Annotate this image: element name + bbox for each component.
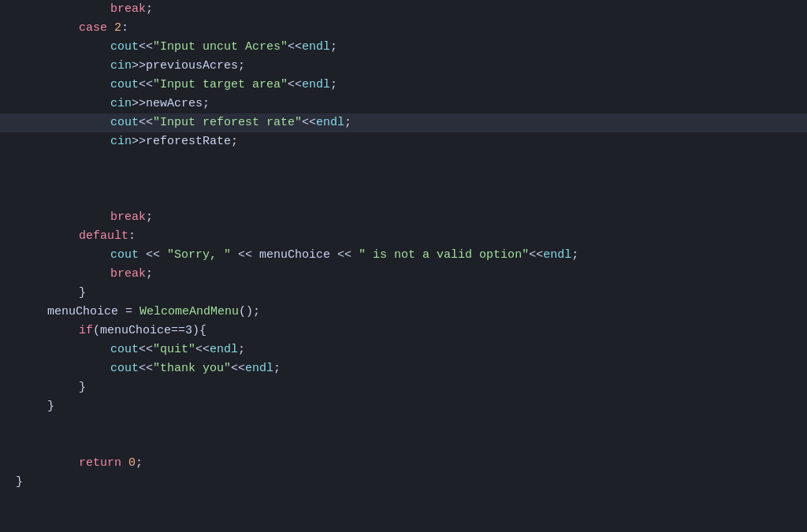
code-lines: break;case 2:cout<<"Input uncut Acres"<<… — [0, 0, 807, 492]
line-break3: break; — [0, 265, 807, 284]
line-cin1: cin>>previousAcres; — [0, 57, 807, 76]
line-break1: break; — [0, 0, 807, 19]
line-cout-sorry: cout << "Sorry, " << menuChoice << " is … — [0, 246, 807, 265]
line-close-main: } — [0, 473, 807, 492]
line-close-brace3: } — [0, 397, 807, 416]
line-break2: break; — [0, 208, 807, 227]
line-cin2: cin>>newAcres; — [0, 95, 807, 113]
line-empty4 — [0, 416, 807, 435]
line-if: if(menuChoice==3){ — [0, 322, 807, 340]
line-return: return 0; — [0, 454, 807, 473]
line-cout3: cout<<"Input reforest rate"<<endl; — [0, 113, 807, 132]
line-cin3: cin>>reforestRate; — [0, 132, 807, 151]
line-cout1: cout<<"Input uncut Acres"<<endl; — [0, 38, 807, 57]
line-cout-thankyou: cout<<"thank you"<<endl; — [0, 359, 807, 378]
line-cout2: cout<<"Input target area"<<endl; — [0, 76, 807, 95]
line-cout-quit: cout<<"quit"<<endl; — [0, 340, 807, 359]
line-empty3 — [0, 189, 807, 208]
line-menuchoice: menuChoice = WelcomeAndMenu(); — [0, 303, 807, 322]
line-case2: case 2: — [0, 19, 807, 38]
line-close-brace2: } — [0, 378, 807, 397]
line-empty1 — [0, 151, 807, 170]
line-default: default: — [0, 227, 807, 246]
line-close-brace1: } — [0, 284, 807, 303]
line-empty5 — [0, 435, 807, 454]
code-editor: break;case 2:cout<<"Input uncut Acres"<<… — [0, 0, 807, 532]
line-empty2 — [0, 170, 807, 189]
